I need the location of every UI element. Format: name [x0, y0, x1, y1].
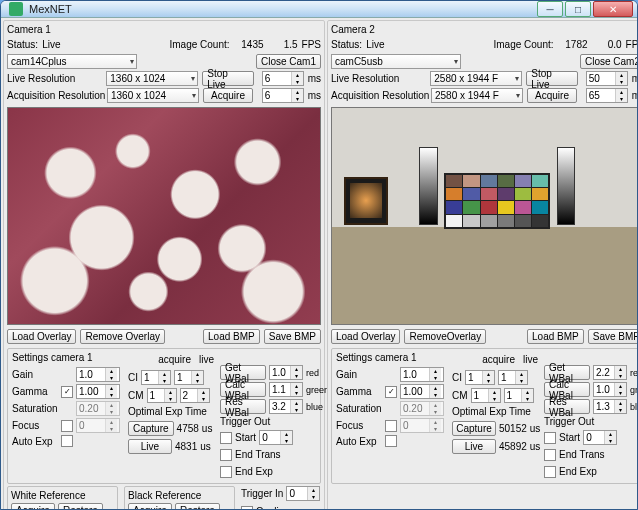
grayscale-strip — [419, 147, 438, 225]
app-window: MexNET ─ □ ✕ Camera 1 Status: Live Image… — [0, 0, 638, 510]
camera2-settings: Settings camera 1 Gain ▴▾ Gamma ✓ ▴▾ Sat… — [331, 348, 638, 484]
close-button[interactable]: ✕ — [593, 1, 633, 17]
acq-ms-spinner[interactable]: ▴▾ — [586, 88, 628, 103]
gamma-checkbox[interactable]: ✓ — [385, 386, 397, 398]
camera1-panel: Camera 1 Status: Live Image Count: 1435 … — [3, 20, 325, 510]
ci-spinner[interactable]: ▴▾ — [465, 370, 495, 385]
close-cam-button[interactable]: Close Cam2 — [580, 54, 638, 69]
stop-live-button[interactable]: Stop Live — [202, 71, 253, 86]
start-spinner[interactable]: ▴▾ — [259, 430, 293, 445]
gamma-spinner[interactable]: ▴▾ — [76, 384, 120, 399]
black-reference-group: Black Reference Acquire Restore AcquireL… — [124, 486, 235, 510]
stop-live-button[interactable]: Stop Live — [526, 71, 577, 86]
saturation-spinner[interactable]: ▴▾ — [400, 401, 444, 416]
endexp-checkbox[interactable] — [544, 466, 556, 478]
live-ms-spinner[interactable]: ▴▾ — [262, 71, 304, 86]
wbal-red-spinner[interactable]: ▴▾ — [593, 365, 627, 380]
wbal-blue-spinner[interactable]: ▴▾ — [269, 399, 303, 414]
gamma-checkbox[interactable]: ✓ — [61, 386, 73, 398]
camera1-preview — [7, 107, 321, 325]
cooling-checkbox[interactable] — [241, 506, 253, 511]
acquire-button[interactable]: Acquire — [203, 88, 253, 103]
capture-unit: us — [202, 423, 213, 434]
load-bmp-button[interactable]: Load BMP — [527, 329, 584, 344]
load-bmp-button[interactable]: Load BMP — [203, 329, 260, 344]
live-res-select[interactable]: 2580 x 1944 F — [430, 71, 522, 86]
endexp-checkbox[interactable] — [220, 466, 232, 478]
remove-overlay-button[interactable]: Remove Overlay — [80, 329, 164, 344]
cm-spinner-2[interactable]: ▴▾ — [504, 388, 534, 403]
white-reference-group: White Reference Acquire Restore AcquireL… — [7, 486, 118, 510]
ci-spinner[interactable]: ▴▾ — [141, 370, 171, 385]
ci-spinner-2[interactable]: ▴▾ — [174, 370, 204, 385]
live-button[interactable]: Live — [452, 439, 496, 454]
green-label: green — [306, 385, 329, 395]
cm-label: CM — [128, 390, 144, 401]
cm-spinner-2[interactable]: ▴▾ — [180, 388, 210, 403]
br-restore-button[interactable]: Restore — [175, 503, 220, 510]
trigger-in-spinner[interactable]: ▴▾ — [286, 486, 320, 501]
capture-button[interactable]: Capture — [452, 421, 496, 436]
endtrans-checkbox[interactable] — [544, 449, 556, 461]
wr-acquire-button[interactable]: Acquire — [11, 503, 55, 510]
wbal-red-spinner[interactable]: ▴▾ — [269, 365, 303, 380]
cm-spinner[interactable]: ▴▾ — [147, 388, 177, 403]
br-acquire-button[interactable]: Acquire — [128, 503, 172, 510]
gamma-spinner[interactable]: ▴▾ — [400, 384, 444, 399]
start-checkbox[interactable] — [544, 432, 556, 444]
acq-ms-spinner[interactable]: ▴▾ — [262, 88, 304, 103]
gain-label: Gain — [336, 369, 382, 380]
cm-spinner[interactable]: ▴▾ — [471, 388, 501, 403]
acq-res-label: Acquisition Resolution — [331, 90, 427, 101]
wbal-green-spinner[interactable]: ▴▾ — [593, 382, 627, 397]
fps-value: 1.5 — [268, 39, 298, 50]
focus-spinner[interactable]: ▴▾ — [400, 418, 444, 433]
ci-spinner-2[interactable]: ▴▾ — [498, 370, 528, 385]
ms-label: ms — [308, 90, 321, 101]
gain-spinner[interactable]: ▴▾ — [400, 367, 444, 382]
titlebar[interactable]: MexNET ─ □ ✕ — [1, 1, 637, 18]
acq-res-select[interactable]: 1360 x 1024 — [107, 88, 199, 103]
live-res-label: Live Resolution — [331, 73, 426, 84]
close-cam-button[interactable]: Close Cam1 — [256, 54, 321, 69]
autoexp-checkbox[interactable] — [61, 435, 73, 447]
gain-spinner[interactable]: ▴▾ — [76, 367, 120, 382]
start-checkbox[interactable] — [220, 432, 232, 444]
camera-select[interactable]: camC5usb — [331, 54, 461, 69]
focus-spinner[interactable]: ▴▾ — [76, 418, 120, 433]
capture-button[interactable]: Capture — [128, 421, 174, 436]
res-wbal-button[interactable]: Res WBal — [544, 399, 590, 414]
load-overlay-button[interactable]: Load Overlay — [331, 329, 400, 344]
live-button[interactable]: Live — [128, 439, 172, 454]
wbal-blue-spinner[interactable]: ▴▾ — [593, 399, 627, 414]
minimize-button[interactable]: ─ — [537, 1, 563, 17]
camera-select[interactable]: cam14Cplus — [7, 54, 137, 69]
trigger-in-label: Trigger In — [241, 488, 283, 499]
capture-value: 50152 — [499, 423, 527, 434]
wr-restore-button[interactable]: Restore — [58, 503, 103, 510]
acquire-button[interactable]: Acquire — [527, 88, 577, 103]
start-spinner[interactable]: ▴▾ — [583, 430, 617, 445]
focus-checkbox[interactable] — [385, 420, 397, 432]
save-bmp-button[interactable]: Save BMP — [264, 329, 321, 344]
endtrans-checkbox[interactable] — [220, 449, 232, 461]
maximize-button[interactable]: □ — [565, 1, 591, 17]
live-res-select[interactable]: 1360 x 1024 — [106, 71, 198, 86]
wbal-green-spinner[interactable]: ▴▾ — [269, 382, 303, 397]
acq-res-select[interactable]: 2580 x 1944 F — [431, 88, 523, 103]
res-wbal-button[interactable]: Res WBal — [220, 399, 266, 414]
cm-label: CM — [452, 390, 468, 401]
saturation-spinner[interactable]: ▴▾ — [76, 401, 120, 416]
live-ms-spinner[interactable]: ▴▾ — [586, 71, 628, 86]
green-label: green — [630, 385, 638, 395]
start-label: Start — [559, 432, 580, 443]
focus-checkbox[interactable] — [61, 420, 73, 432]
autoexp-checkbox[interactable] — [385, 435, 397, 447]
load-overlay-button[interactable]: Load Overlay — [7, 329, 76, 344]
remove-overlay-button[interactable]: RemoveOverlay — [404, 329, 486, 344]
save-bmp-button[interactable]: Save BMP — [588, 329, 638, 344]
gamma-label: Gamma — [12, 386, 58, 397]
live-res-label: Live Resolution — [7, 73, 102, 84]
ms-label: ms — [632, 73, 638, 84]
live-unit: us — [200, 441, 211, 452]
